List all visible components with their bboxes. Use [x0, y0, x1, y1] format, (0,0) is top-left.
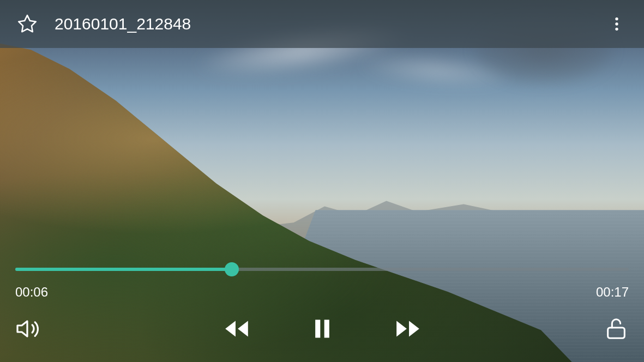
volume-button[interactable]: [15, 316, 41, 342]
svg-marker-9: [409, 321, 419, 336]
forward-button[interactable]: [394, 315, 422, 342]
star-icon: [17, 14, 38, 34]
buttons-row: [15, 315, 629, 342]
time-row: 00:06 00:17: [15, 285, 629, 300]
svg-marker-4: [17, 321, 27, 336]
more-options-button[interactable]: [605, 12, 629, 36]
svg-point-1: [615, 17, 618, 20]
svg-rect-7: [315, 320, 320, 338]
svg-marker-6: [238, 321, 248, 336]
svg-rect-8: [324, 320, 329, 338]
seek-thumb[interactable]: [225, 262, 239, 276]
more-vertical-icon: [608, 15, 625, 33]
seek-bar[interactable]: [15, 261, 629, 278]
favorite-button[interactable]: [15, 12, 39, 36]
fast-forward-icon: [394, 315, 422, 342]
lock-button[interactable]: [604, 316, 629, 341]
total-duration: 00:17: [596, 285, 629, 300]
svg-marker-5: [225, 321, 236, 336]
seek-fill: [15, 268, 232, 271]
svg-point-2: [615, 22, 618, 25]
svg-point-3: [615, 28, 618, 31]
rewind-button[interactable]: [223, 315, 250, 342]
unlock-icon: [604, 316, 629, 341]
top-bar: 20160101_212848: [0, 0, 644, 48]
video-title: 20160101_212848: [55, 15, 605, 33]
rewind-icon: [223, 315, 250, 342]
pause-icon: [310, 317, 334, 341]
svg-marker-10: [396, 321, 407, 336]
svg-rect-11: [608, 328, 625, 338]
playback-controls: 00:06 00:17: [0, 261, 644, 362]
elapsed-time: 00:06: [15, 285, 48, 300]
svg-marker-0: [19, 15, 36, 32]
volume-icon: [15, 316, 41, 342]
play-pause-button[interactable]: [310, 317, 334, 341]
